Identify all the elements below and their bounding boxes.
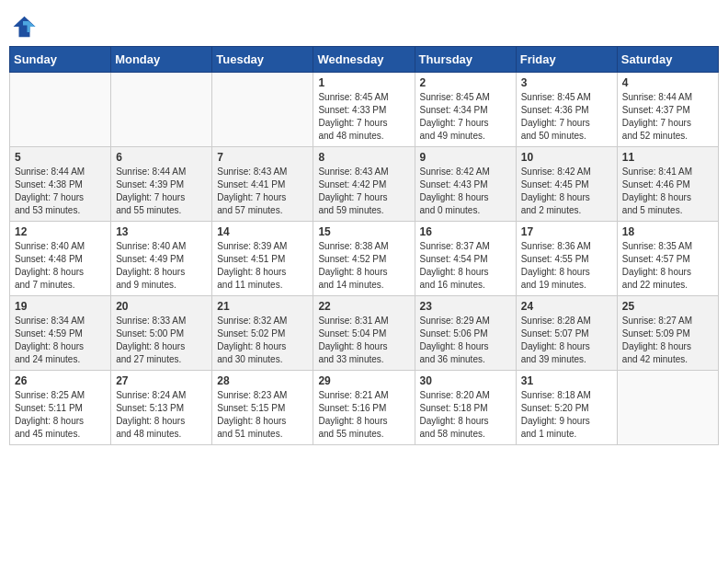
calendar-cell: 28Sunrise: 8:23 AM Sunset: 5:15 PM Dayli… — [212, 371, 313, 445]
day-number: 5 — [15, 151, 106, 164]
day-number: 24 — [521, 300, 612, 313]
day-info: Sunrise: 8:36 AM Sunset: 4:55 PM Dayligh… — [521, 240, 612, 292]
day-number: 23 — [420, 300, 511, 313]
day-info: Sunrise: 8:31 AM Sunset: 5:04 PM Dayligh… — [318, 315, 409, 366]
day-info: Sunrise: 8:38 AM Sunset: 4:52 PM Dayligh… — [318, 240, 409, 292]
day-info: Sunrise: 8:44 AM Sunset: 4:37 PM Dayligh… — [622, 91, 713, 143]
day-number: 6 — [116, 151, 207, 164]
day-number: 1 — [318, 76, 409, 89]
day-info: Sunrise: 8:42 AM Sunset: 4:45 PM Dayligh… — [521, 166, 612, 217]
day-number: 25 — [622, 300, 713, 313]
day-number: 14 — [217, 225, 308, 238]
day-number: 27 — [116, 374, 207, 387]
calendar-cell: 10Sunrise: 8:42 AM Sunset: 4:45 PM Dayli… — [516, 147, 617, 222]
calendar-cell: 2Sunrise: 8:45 AM Sunset: 4:34 PM Daylig… — [415, 73, 516, 147]
calendar-week-5: 26Sunrise: 8:25 AM Sunset: 5:11 PM Dayli… — [10, 371, 719, 445]
day-number: 9 — [420, 151, 511, 164]
calendar-cell — [111, 73, 212, 147]
day-info: Sunrise: 8:43 AM Sunset: 4:41 PM Dayligh… — [217, 166, 308, 217]
calendar-cell: 21Sunrise: 8:32 AM Sunset: 5:02 PM Dayli… — [212, 296, 313, 371]
day-info: Sunrise: 8:24 AM Sunset: 5:13 PM Dayligh… — [116, 389, 207, 441]
day-number: 3 — [521, 76, 612, 89]
day-number: 19 — [15, 300, 106, 313]
calendar-cell: 23Sunrise: 8:29 AM Sunset: 5:06 PM Dayli… — [415, 296, 516, 371]
calendar-cell: 31Sunrise: 8:18 AM Sunset: 5:20 PM Dayli… — [516, 371, 617, 445]
calendar-cell: 7Sunrise: 8:43 AM Sunset: 4:41 PM Daylig… — [212, 147, 313, 222]
day-info: Sunrise: 8:20 AM Sunset: 5:18 PM Dayligh… — [420, 389, 511, 441]
calendar-cell: 9Sunrise: 8:42 AM Sunset: 4:43 PM Daylig… — [415, 147, 516, 222]
day-number: 4 — [622, 76, 713, 89]
day-info: Sunrise: 8:32 AM Sunset: 5:02 PM Dayligh… — [217, 315, 308, 366]
calendar-cell: 6Sunrise: 8:44 AM Sunset: 4:39 PM Daylig… — [111, 147, 212, 222]
day-info: Sunrise: 8:35 AM Sunset: 4:57 PM Dayligh… — [622, 240, 713, 292]
day-info: Sunrise: 8:44 AM Sunset: 4:38 PM Dayligh… — [15, 166, 106, 217]
calendar-cell: 11Sunrise: 8:41 AM Sunset: 4:46 PM Dayli… — [617, 147, 718, 222]
calendar-cell — [10, 73, 111, 147]
calendar-cell: 1Sunrise: 8:45 AM Sunset: 4:33 PM Daylig… — [313, 73, 415, 147]
day-number: 12 — [15, 225, 106, 238]
day-number: 22 — [318, 300, 409, 313]
day-number: 18 — [622, 225, 713, 238]
calendar-cell: 12Sunrise: 8:40 AM Sunset: 4:48 PM Dayli… — [10, 222, 111, 296]
calendar-cell: 14Sunrise: 8:39 AM Sunset: 4:51 PM Dayli… — [212, 222, 313, 296]
calendar-cell: 25Sunrise: 8:27 AM Sunset: 5:09 PM Dayli… — [617, 296, 718, 371]
calendar-week-1: 1Sunrise: 8:45 AM Sunset: 4:33 PM Daylig… — [10, 73, 719, 147]
day-number: 17 — [521, 225, 612, 238]
day-info: Sunrise: 8:40 AM Sunset: 4:48 PM Dayligh… — [15, 240, 106, 292]
column-header-saturday: Saturday — [617, 47, 718, 73]
day-number: 28 — [217, 374, 308, 387]
calendar-cell: 24Sunrise: 8:28 AM Sunset: 5:07 PM Dayli… — [516, 296, 617, 371]
day-info: Sunrise: 8:43 AM Sunset: 4:42 PM Dayligh… — [318, 166, 409, 217]
day-info: Sunrise: 8:45 AM Sunset: 4:36 PM Dayligh… — [521, 91, 612, 143]
page-header — [9, 9, 719, 40]
logo — [9, 13, 40, 40]
day-number: 10 — [521, 151, 612, 164]
calendar-week-3: 12Sunrise: 8:40 AM Sunset: 4:48 PM Dayli… — [10, 222, 719, 296]
day-info: Sunrise: 8:33 AM Sunset: 5:00 PM Dayligh… — [116, 315, 207, 366]
calendar-cell: 26Sunrise: 8:25 AM Sunset: 5:11 PM Dayli… — [10, 371, 111, 445]
day-number: 2 — [420, 76, 511, 89]
column-header-thursday: Thursday — [415, 47, 516, 73]
calendar-cell: 27Sunrise: 8:24 AM Sunset: 5:13 PM Dayli… — [111, 371, 212, 445]
day-number: 8 — [318, 151, 409, 164]
calendar-cell: 4Sunrise: 8:44 AM Sunset: 4:37 PM Daylig… — [617, 73, 718, 147]
logo-icon — [9, 13, 37, 40]
calendar-week-4: 19Sunrise: 8:34 AM Sunset: 4:59 PM Dayli… — [10, 296, 719, 371]
column-header-monday: Monday — [111, 47, 212, 73]
day-info: Sunrise: 8:21 AM Sunset: 5:16 PM Dayligh… — [318, 389, 409, 441]
day-number: 13 — [116, 225, 207, 238]
day-info: Sunrise: 8:40 AM Sunset: 4:49 PM Dayligh… — [116, 240, 207, 292]
day-number: 21 — [217, 300, 308, 313]
day-info: Sunrise: 8:34 AM Sunset: 4:59 PM Dayligh… — [15, 315, 106, 366]
day-number: 29 — [318, 374, 409, 387]
calendar-cell: 15Sunrise: 8:38 AM Sunset: 4:52 PM Dayli… — [313, 222, 415, 296]
day-number: 11 — [622, 151, 713, 164]
column-header-sunday: Sunday — [10, 47, 111, 73]
day-info: Sunrise: 8:37 AM Sunset: 4:54 PM Dayligh… — [420, 240, 511, 292]
day-info: Sunrise: 8:18 AM Sunset: 5:20 PM Dayligh… — [521, 389, 612, 441]
day-info: Sunrise: 8:29 AM Sunset: 5:06 PM Dayligh… — [420, 315, 511, 366]
day-info: Sunrise: 8:39 AM Sunset: 4:51 PM Dayligh… — [217, 240, 308, 292]
calendar-cell: 17Sunrise: 8:36 AM Sunset: 4:55 PM Dayli… — [516, 222, 617, 296]
calendar-cell: 5Sunrise: 8:44 AM Sunset: 4:38 PM Daylig… — [10, 147, 111, 222]
calendar-cell: 19Sunrise: 8:34 AM Sunset: 4:59 PM Dayli… — [10, 296, 111, 371]
calendar-cell: 8Sunrise: 8:43 AM Sunset: 4:42 PM Daylig… — [313, 147, 415, 222]
calendar-cell: 3Sunrise: 8:45 AM Sunset: 4:36 PM Daylig… — [516, 73, 617, 147]
calendar-cell: 18Sunrise: 8:35 AM Sunset: 4:57 PM Dayli… — [617, 222, 718, 296]
day-number: 7 — [217, 151, 308, 164]
calendar-cell: 16Sunrise: 8:37 AM Sunset: 4:54 PM Dayli… — [415, 222, 516, 296]
day-info: Sunrise: 8:27 AM Sunset: 5:09 PM Dayligh… — [622, 315, 713, 366]
day-info: Sunrise: 8:42 AM Sunset: 4:43 PM Dayligh… — [420, 166, 511, 217]
column-header-tuesday: Tuesday — [212, 47, 313, 73]
column-header-friday: Friday — [516, 47, 617, 73]
calendar-cell: 20Sunrise: 8:33 AM Sunset: 5:00 PM Dayli… — [111, 296, 212, 371]
day-info: Sunrise: 8:45 AM Sunset: 4:34 PM Dayligh… — [420, 91, 511, 143]
calendar-header-row: SundayMondayTuesdayWednesdayThursdayFrid… — [10, 47, 719, 73]
calendar-cell — [617, 371, 718, 445]
calendar-cell: 13Sunrise: 8:40 AM Sunset: 4:49 PM Dayli… — [111, 222, 212, 296]
day-number: 26 — [15, 374, 106, 387]
calendar-cell: 30Sunrise: 8:20 AM Sunset: 5:18 PM Dayli… — [415, 371, 516, 445]
calendar-cell: 29Sunrise: 8:21 AM Sunset: 5:16 PM Dayli… — [313, 371, 415, 445]
calendar-week-2: 5Sunrise: 8:44 AM Sunset: 4:38 PM Daylig… — [10, 147, 719, 222]
calendar-cell: 22Sunrise: 8:31 AM Sunset: 5:04 PM Dayli… — [313, 296, 415, 371]
